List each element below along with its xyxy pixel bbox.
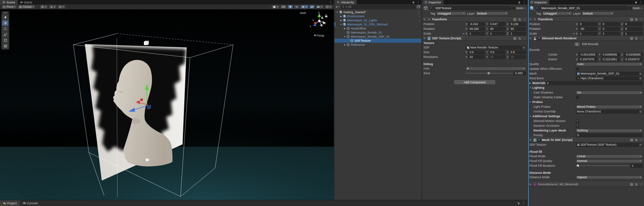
add-component-button[interactable]: Add Component <box>454 80 496 85</box>
slice-handle-top[interactable] <box>144 41 149 45</box>
edit-bounds-button[interactable] <box>573 42 580 47</box>
active-checkbox[interactable]: ✓ <box>535 7 538 10</box>
view-tool-button[interactable] <box>2 15 8 20</box>
link-icon[interactable]: ∞ <box>462 32 465 35</box>
static-checkbox[interactable] <box>512 7 515 10</box>
lock-open-icon[interactable] <box>518 1 521 4</box>
component-enabled-checkbox[interactable]: ✓ <box>538 37 541 40</box>
object-picker-icon[interactable]: ⊙ <box>638 77 642 80</box>
foldout-closed-icon[interactable]: ▶ <box>339 19 343 21</box>
tab-inspector-right[interactable]: Inspector <box>528 0 549 4</box>
foldout-row[interactable]: ▼Additional Settings <box>528 114 644 119</box>
component-menu-icon[interactable]: ⋮ <box>640 18 643 21</box>
foldout-open-icon[interactable]: ▼ <box>529 115 532 117</box>
vector-value-field[interactable]: 0 <box>601 27 620 31</box>
help-icon[interactable]: ? <box>630 183 633 186</box>
component-header[interactable]: ▼SDF Texture (Script)?⋮ <box>422 36 527 41</box>
foldout-closed-icon[interactable]: ▶ <box>343 27 346 29</box>
scene-audio-button[interactable] <box>294 5 300 9</box>
vector-value-field[interactable]: 0.5 <box>489 50 506 54</box>
object-field[interactable]: SDFTexture (SDF Texture)⊙ <box>576 143 643 147</box>
foldout-open-icon[interactable]: ▼ <box>529 183 532 185</box>
tag-dropdown[interactable]: Untagged ▼ <box>542 12 572 15</box>
vector-value-field[interactable]: 1 <box>509 32 526 36</box>
foldout-open-icon[interactable]: ▼ <box>336 11 339 13</box>
hierarchy-item[interactable]: ▶Environment› <box>335 14 421 18</box>
slider-handle[interactable] <box>487 72 490 75</box>
vector-value-field[interactable]: 69.292 <box>468 27 485 31</box>
component-header[interactable]: ▼✓Skinned Mesh Renderer?⋮ <box>528 36 644 41</box>
vector-value-field[interactable]: -0.0238885 <box>624 53 643 57</box>
static-toggle[interactable]: Static ▼ <box>629 6 643 10</box>
tools-drag-handle[interactable] <box>3 12 7 14</box>
foldout-row[interactable]: ▼Lighting <box>528 85 644 90</box>
vector-value-field[interactable]: 1 <box>489 32 506 36</box>
vector-value-field[interactable]: 1 <box>624 32 643 36</box>
dropdown[interactable]: Blend Probes▼ <box>576 105 643 109</box>
transform-tool-button[interactable] <box>2 43 8 49</box>
component-menu-icon[interactable]: ⋮ <box>523 37 526 40</box>
component-header[interactable]: ▼DemoMaterial_M1 (Material)?⋮ <box>528 182 644 187</box>
component-menu-icon[interactable]: ⋮ <box>523 18 526 21</box>
hierarchy-search-input[interactable]: ▼ All <box>341 5 416 9</box>
static-checkbox[interactable] <box>629 7 632 10</box>
vector-value-field[interactable]: 32 <box>509 55 526 59</box>
lock-closed-icon[interactable] <box>517 202 520 205</box>
tab-hierarchy[interactable]: Hierarchy <box>335 0 357 4</box>
dropdown[interactable]: Nothing▼ <box>576 129 643 132</box>
scene-options-icon[interactable]: ⋮ <box>417 11 420 14</box>
dropdown[interactable]: X▼ <box>466 67 526 70</box>
component-menu-icon[interactable]: ⋮ <box>640 37 643 40</box>
vector-value-field[interactable]: 90 <box>489 27 506 31</box>
hierarchy-item[interactable]: ▼Getting_Started*⋮ <box>335 10 421 14</box>
snap-move-button[interactable]: ▼ <box>49 5 57 9</box>
rotate-tool-button[interactable] <box>2 26 8 32</box>
foldout-open-icon[interactable]: ▼ <box>423 18 426 20</box>
vector-value-field[interactable]: 0.1534072 <box>624 58 643 61</box>
gizmos-button[interactable]: ▼ <box>324 5 333 9</box>
vector-value-field[interactable]: 1 <box>601 32 620 36</box>
vector-value-field[interactable]: 1 <box>468 32 485 36</box>
object-picker-icon[interactable]: ⊙ <box>638 143 642 146</box>
2d-toggle-button[interactable]: 2D <box>280 5 287 9</box>
foldout-open-icon[interactable]: ▼ <box>529 101 532 103</box>
vector-value-field[interactable]: 0.2221951 <box>601 58 620 61</box>
foldout-closed-icon[interactable]: ▶ <box>339 15 343 17</box>
object-field[interactable]: Mannequin_female_SDF_01⊙ <box>576 72 643 76</box>
foldout-open-icon[interactable]: ▼ <box>529 139 532 141</box>
help-icon[interactable]: ? <box>630 139 633 142</box>
gameobject-name-field[interactable]: SDFTexture <box>434 6 511 10</box>
hierarchy-item[interactable]: ▼Mannequin_female_SDF_01 <box>335 35 421 39</box>
foldout-open-icon[interactable]: ▼ <box>529 37 532 39</box>
snap-increment-button[interactable]: ▼ <box>57 5 65 9</box>
open-prefab-chevron-icon[interactable]: › <box>419 19 420 22</box>
foldout-closed-icon[interactable]: ▶ <box>529 82 532 84</box>
open-prefab-chevron-icon[interactable]: › <box>419 15 420 18</box>
vector-value-field[interactable]: 0.1947976 <box>579 58 597 61</box>
object-field[interactable]: Hips (Transform)⊙ <box>576 77 643 80</box>
dropdown[interactable]: On▼ <box>576 91 643 95</box>
slider-value-field[interactable]: 1 <box>630 164 643 168</box>
vector-value-field[interactable]: 0.5 <box>509 50 526 54</box>
grid-visibility-button[interactable]: ▼ <box>40 5 48 9</box>
slider-track[interactable] <box>466 73 513 74</box>
shading-mode-button[interactable]: ▼ <box>271 5 280 9</box>
component-enabled-checkbox[interactable]: ✓ <box>538 139 541 142</box>
component-header[interactable]: ▼Transform?⋮ <box>528 17 644 22</box>
object-picker-icon[interactable]: ⊙ <box>638 72 642 75</box>
scene-effects-button[interactable]: ▼ <box>300 5 308 9</box>
hierarchy-menu-icon[interactable]: ⋮ <box>417 1 420 4</box>
dropdown[interactable]: Auto▼ <box>576 62 643 66</box>
vector-value-field[interactable]: 0.139 <box>509 22 526 26</box>
help-icon[interactable]: ? <box>513 18 516 21</box>
property-checkbox[interactable] <box>576 67 579 70</box>
vector-value-field[interactable]: 32 <box>468 55 485 59</box>
help-icon[interactable]: ? <box>630 18 633 21</box>
vector-value-field[interactable]: 32 <box>489 55 506 59</box>
vector-value-field[interactable]: -0.0014505 <box>579 53 597 57</box>
property-checkbox[interactable]: ✓ <box>576 124 579 127</box>
static-toggle[interactable]: Static ▼ <box>512 6 526 10</box>
object-field[interactable]: New Render Texture⊙ <box>466 46 526 49</box>
tab-scene[interactable]: Scene <box>0 0 18 4</box>
slider-value-field[interactable]: 0.483 <box>514 71 526 75</box>
